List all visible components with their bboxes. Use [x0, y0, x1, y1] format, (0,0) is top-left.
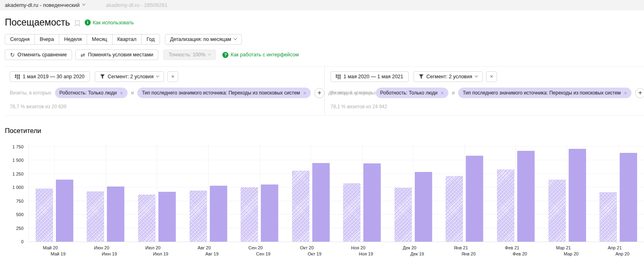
- condition-chip[interactable]: Тип последнего значимого источника: Пере…: [137, 88, 311, 98]
- bar-previous-period[interactable]: [241, 187, 258, 242]
- period-today-button[interactable]: Сегодня: [5, 34, 35, 45]
- cancel-compare-button[interactable]: ↻ Отменить сравнение: [5, 49, 72, 60]
- x-label: Авг 20Авг 19: [182, 245, 234, 257]
- period-week-button[interactable]: Неделя: [59, 34, 87, 45]
- x-label: Ноя 20Ноя 19: [336, 245, 388, 257]
- segment-stats-a: 78,7 % визитов из 20 639: [10, 104, 320, 109]
- close-icon[interactable]: ×: [120, 90, 123, 96]
- segment-dropdown-a[interactable]: Сегмент: 2 условия: [95, 71, 164, 82]
- bar-current-period[interactable]: [107, 187, 124, 242]
- bar-group: [131, 143, 183, 242]
- top-bar: akademy-dl.ru - поведенческий akademy-dl…: [0, 0, 644, 10]
- compare-section: 1 мая 2019 — 30 апр 2020 Сегмент: 2 усло…: [5, 66, 644, 116]
- swap-conditions-button[interactable]: ⇄ Поменять условия местами: [75, 49, 158, 60]
- and-label: и: [452, 90, 455, 96]
- remove-segment-a-button[interactable]: ×: [167, 71, 178, 82]
- x-label: Июн 20Июн 19: [80, 245, 131, 257]
- calendar-icon: [15, 74, 20, 79]
- add-condition-button[interactable]: +: [314, 88, 324, 98]
- y-tick-label: 0: [21, 239, 23, 244]
- bar-group: [542, 143, 593, 242]
- bar-previous-period[interactable]: [446, 176, 463, 242]
- period-button-group: Сегодня Вчера Неделя Месяц Квартал Год: [5, 34, 160, 45]
- condition-chip[interactable]: Тип последнего значимого источника: Пере…: [458, 88, 631, 98]
- x-label: Май 20Май 19: [28, 245, 80, 257]
- visits-prefix-label: Визиты, в которых: [10, 90, 51, 96]
- bar-current-period[interactable]: [620, 153, 637, 242]
- counter-selector-label: akademy-dl.ru - поведенческий: [5, 2, 80, 8]
- close-icon[interactable]: ×: [624, 90, 627, 96]
- bar-group: [490, 143, 542, 242]
- date-range-button-a[interactable]: 1 мая 2019 — 30 апр 2020: [10, 71, 90, 82]
- remove-segment-b-button[interactable]: ×: [486, 71, 497, 82]
- counter-alt-label: akademy-dl.ru - 28509261: [106, 2, 168, 8]
- bar-current-period[interactable]: [517, 151, 535, 242]
- x-label: Янв 21Янв 20: [439, 245, 490, 257]
- bar-current-period[interactable]: [158, 192, 176, 242]
- close-icon[interactable]: ×: [441, 90, 444, 96]
- bar-previous-period[interactable]: [599, 192, 617, 242]
- bar-group: [80, 143, 132, 242]
- bar-current-period[interactable]: [569, 149, 586, 242]
- chevron-down-icon: [208, 52, 211, 55]
- chart-plot: [28, 143, 644, 242]
- counter-selector[interactable]: akademy-dl.ru - поведенческий: [5, 2, 85, 8]
- bar-current-period[interactable]: [312, 163, 330, 242]
- add-condition-button[interactable]: +: [635, 88, 644, 98]
- bar-current-period[interactable]: [56, 180, 73, 242]
- period-yesterday-button[interactable]: Вчера: [34, 34, 59, 45]
- interface-help-link[interactable]: ? Как работать с интерфейсом: [222, 52, 299, 58]
- refresh-icon: ↻: [10, 52, 15, 58]
- how-to-use-label: Как использовать: [93, 20, 134, 26]
- bar-group: [388, 143, 439, 242]
- bar-previous-period[interactable]: [548, 180, 566, 242]
- bar-previous-period[interactable]: [138, 195, 156, 242]
- y-tick-label: 1 500: [12, 158, 23, 163]
- bar-current-period[interactable]: [261, 184, 278, 242]
- x-label: Фев 21Фев 20: [490, 245, 542, 257]
- detail-dropdown[interactable]: Детализация: по месяцам: [165, 34, 242, 45]
- accuracy-dropdown[interactable]: Точность: 100%: [163, 49, 216, 60]
- segment-stats-b: 78,1 % визитов из 24 942: [331, 104, 639, 109]
- bar-previous-period[interactable]: [190, 191, 207, 242]
- period-month-button[interactable]: Месяц: [87, 34, 113, 45]
- segment-dropdown-b[interactable]: Сегмент: 2 условия: [414, 71, 483, 82]
- and-label: и: [131, 90, 134, 96]
- help-icon: ?: [222, 52, 228, 58]
- bar-previous-period[interactable]: [395, 188, 412, 242]
- bar-previous-period[interactable]: [36, 189, 53, 242]
- bar-previous-period[interactable]: [343, 183, 360, 242]
- calendar-icon: [336, 74, 341, 79]
- how-to-use-link[interactable]: i Как использовать: [85, 19, 134, 26]
- bar-current-period[interactable]: [415, 172, 432, 242]
- y-tick-label: 1 000: [12, 185, 23, 190]
- bar-previous-period[interactable]: [497, 169, 514, 242]
- x-label: Дек 20Дек 19: [388, 245, 439, 257]
- chart-section-title: Посетители: [5, 127, 644, 135]
- bar-current-period[interactable]: [210, 186, 227, 242]
- close-icon[interactable]: ×: [303, 90, 307, 96]
- bar-group: [439, 143, 490, 242]
- period-year-button[interactable]: Год: [141, 34, 160, 45]
- condition-chip[interactable]: Роботность: Только люди ×: [55, 88, 128, 98]
- condition-chip[interactable]: Роботность: Только люди ×: [376, 88, 448, 98]
- bar-current-period[interactable]: [363, 163, 381, 242]
- y-tick-label: 250: [16, 226, 23, 231]
- x-label: Июл 20Июл 19: [131, 245, 182, 257]
- chevron-down-icon: [156, 74, 159, 77]
- chevron-down-icon: [82, 2, 85, 5]
- chart-x-labels: Май 20Май 19Июн 20Июн 19Июл 20Июл 19Авг …: [28, 245, 644, 257]
- date-range-button-b[interactable]: 1 мая 2020 — 1 мая 2021: [331, 71, 409, 82]
- x-label: Мар 21Мар 20: [542, 245, 593, 257]
- bar-current-period[interactable]: [466, 156, 483, 242]
- bookmark-icon[interactable]: [75, 20, 80, 26]
- bar-previous-period[interactable]: [292, 171, 309, 242]
- page-title: Посещаемость: [5, 17, 70, 28]
- bar-group: [183, 143, 234, 242]
- period-quarter-button[interactable]: Квартал: [112, 34, 142, 45]
- x-label: Сен 20Сен 19: [234, 245, 285, 257]
- bar-group: [234, 143, 285, 242]
- chevron-down-icon: [233, 36, 237, 40]
- bar-previous-period[interactable]: [87, 191, 104, 242]
- segment-panel-a: 1 мая 2019 — 30 апр 2020 Сегмент: 2 усло…: [5, 66, 324, 115]
